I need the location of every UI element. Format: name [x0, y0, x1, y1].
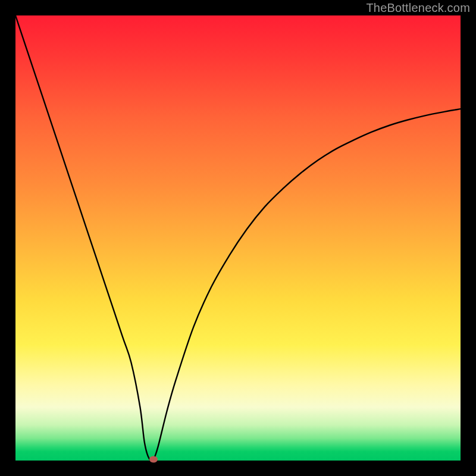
curve-svg [15, 15, 461, 461]
plot-area [15, 15, 461, 461]
bottleneck-curve-path [15, 15, 461, 461]
chart-frame: TheBottleneck.com [0, 0, 476, 476]
optimal-point-marker [149, 456, 158, 462]
watermark-text: TheBottleneck.com [366, 1, 470, 15]
